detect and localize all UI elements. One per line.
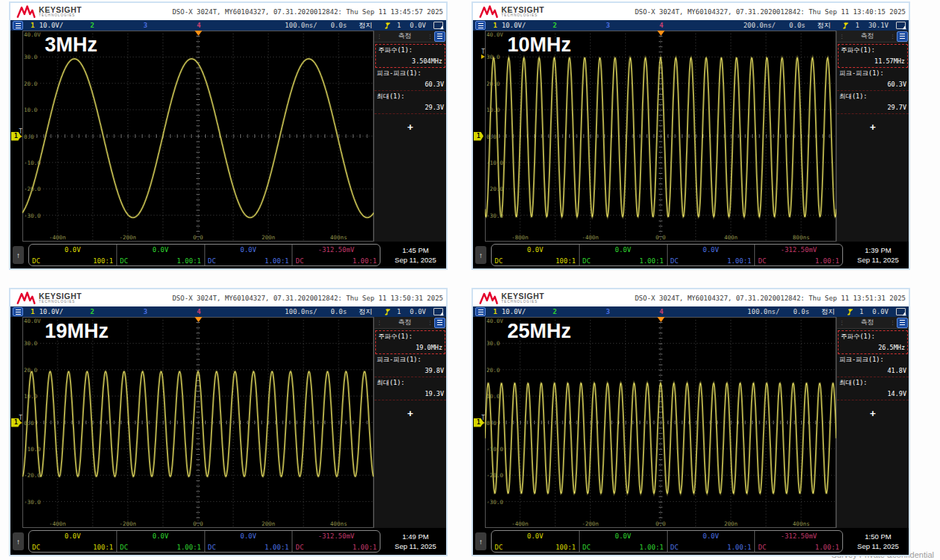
scope-toolbar: 1 10.0V/ 2 3 4 100.0ns/ 0.0s 정지 1 0.0V (10, 306, 446, 317)
menu-button[interactable] (475, 21, 486, 30)
timebase-readout[interactable]: 100.0ns/ (285, 308, 317, 315)
delay-readout[interactable]: 0.0s (789, 22, 806, 29)
measurement-maximum[interactable]: 최대(1): 19.3V (375, 377, 446, 400)
channel-3-status[interactable]: 0.0V DC1.00:1 (205, 531, 293, 552)
channel-1-button[interactable]: 1 (493, 308, 497, 315)
panel-up-button[interactable]: ↑ (475, 532, 486, 550)
channel-4-button[interactable]: 4 (659, 22, 663, 29)
menu-button[interactable] (13, 307, 23, 316)
panel-up-button[interactable]: ↑ (13, 246, 24, 264)
trigger-source[interactable]: 1 (397, 22, 401, 29)
channel-1-scale[interactable]: 10.0V/ (501, 22, 526, 29)
channel-3-button[interactable]: 3 (143, 22, 147, 29)
y-axis-tick-label: 30.0 (24, 340, 37, 347)
channel-2-button[interactable]: 2 (90, 22, 94, 29)
measurement-peak-to-peak[interactable]: 피크-피크(1): 41.8V (837, 354, 909, 377)
add-measurement-button[interactable]: + (375, 114, 446, 140)
channel-1-button[interactable]: 1 (31, 22, 34, 29)
menu-button[interactable] (13, 21, 23, 30)
channel-4-status[interactable]: -312.50mV DC1.00:1 (755, 245, 842, 265)
trigger-level-readout[interactable]: 0.0V (410, 22, 426, 29)
channel-2-status[interactable]: 0.0V DC1.00:1 (117, 531, 205, 552)
channel-2-status[interactable]: 0.0V DC1.00:1 (580, 245, 668, 265)
trigger-position-marker[interactable] (195, 317, 202, 322)
channel-coupling: DC (583, 257, 591, 265)
menu-button[interactable] (475, 307, 486, 316)
channel-4-button[interactable]: 4 (197, 308, 201, 315)
measurement-frequency[interactable]: 주파수(1): 26.5MHz (838, 330, 908, 354)
channel-1-status[interactable]: 0.0V DC100:1 (492, 245, 580, 265)
channel-coupling: DC (208, 257, 216, 265)
channel-1-scale[interactable]: 10.0V/ (39, 308, 63, 315)
measure-settings-button[interactable] (434, 318, 445, 328)
panel-up-button[interactable]: ↑ (13, 532, 24, 550)
channel-4-status[interactable]: -312.50mV DC1.00:1 (292, 245, 380, 265)
graticule: 3MHz 40.0V30.020.010.00.0-10.0-20.0-30.0… (22, 31, 374, 242)
trigger-source[interactable]: 1 (855, 22, 859, 29)
measure-settings-button[interactable] (897, 318, 908, 328)
keysight-spark-icon (479, 5, 498, 19)
timebase-readout[interactable]: 200.0ns/ (743, 22, 775, 29)
add-measurement-button[interactable]: + (375, 400, 446, 427)
run-state[interactable]: 정지 (821, 307, 835, 317)
measurement-maximum[interactable]: 최대(1): 29.7V (837, 91, 909, 114)
drag-grip-icon: ⋮ (375, 34, 383, 40)
measurement-peak-to-peak[interactable]: 피크-피크(1): 39.8V (375, 354, 446, 377)
channel-3-status[interactable]: 0.0V DC1.00:1 (668, 531, 756, 552)
channel-4-status[interactable]: -312.50mV DC1.00:1 (292, 531, 380, 552)
timebase-readout[interactable]: 100.0ns/ (285, 22, 317, 29)
run-state[interactable]: 정지 (359, 21, 372, 31)
measurement-frequency[interactable]: 주파수(1): 19.0MHz (375, 330, 445, 354)
trigger-level-readout[interactable]: 0.0V (872, 308, 889, 315)
panel-up-button[interactable]: ↑ (475, 246, 486, 264)
channel-probe-ratio: 1.00:1 (815, 544, 839, 551)
channel-1-button[interactable]: 1 (31, 308, 34, 315)
measure-settings-button[interactable] (897, 31, 908, 42)
measurement-frequency[interactable]: 주파수(1): 11.57MHz (838, 44, 908, 68)
trigger-source[interactable]: 1 (397, 308, 401, 315)
channel-3-button[interactable]: 3 (606, 308, 610, 315)
measurement-value: 26.5MHz (841, 344, 905, 351)
trigger-source[interactable]: 1 (859, 308, 863, 315)
run-state[interactable]: 정지 (817, 21, 830, 31)
scope-display: T 1 19MHz 40.0V30.020.010.00.0-10.0-20.0… (10, 317, 446, 528)
delay-readout[interactable]: 0.0s (330, 22, 347, 29)
channel-3-button[interactable]: 3 (143, 308, 147, 315)
channel-2-button[interactable]: 2 (553, 22, 557, 29)
add-measurement-button[interactable]: + (837, 114, 909, 140)
channel-4-button[interactable]: 4 (197, 22, 201, 29)
run-state[interactable]: 정지 (359, 307, 372, 317)
measure-settings-button[interactable] (434, 31, 445, 42)
trigger-level-readout[interactable]: 30.1V (868, 22, 889, 29)
delay-readout[interactable]: 0.0s (330, 308, 347, 315)
channel-2-button[interactable]: 2 (90, 308, 94, 315)
channel-1-status[interactable]: 0.0V DC100:1 (29, 245, 117, 265)
trigger-position-marker[interactable] (657, 317, 665, 322)
channel-3-status[interactable]: 0.0V DC1.00:1 (205, 245, 293, 265)
trigger-position-marker[interactable] (195, 31, 202, 36)
channel-2-button[interactable]: 2 (553, 308, 557, 315)
channel-2-status[interactable]: 0.0V DC1.00:1 (117, 245, 205, 265)
channel1-ground-marker[interactable]: 1 (474, 132, 483, 141)
trigger-level-readout[interactable]: 0.0V (410, 308, 426, 315)
trigger-position-marker[interactable] (657, 31, 665, 36)
measurement-peak-to-peak[interactable]: 피크-피크(1): 60.3V (375, 68, 446, 91)
timebase-readout[interactable]: 100.0ns/ (748, 308, 780, 315)
channel-2-status[interactable]: 0.0V DC1.00:1 (580, 531, 668, 552)
channel-1-status[interactable]: 0.0V DC100:1 (29, 531, 117, 552)
channel-1-scale[interactable]: 10.0V/ (501, 308, 526, 315)
channel-1-button[interactable]: 1 (493, 22, 497, 29)
channel-4-button[interactable]: 4 (659, 308, 663, 315)
delay-readout[interactable]: 0.0s (793, 308, 809, 315)
measurement-frequency[interactable]: 주파수(1): 3.504MHz (375, 44, 445, 68)
channel-1-status[interactable]: 0.0V DC100:1 (492, 531, 580, 552)
measurement-maximum[interactable]: 최대(1): 14.9V (837, 377, 909, 400)
add-measurement-button[interactable]: + (837, 400, 909, 427)
channel-3-status[interactable]: 0.0V DC1.00:1 (668, 245, 756, 265)
channel-3-button[interactable]: 3 (606, 22, 610, 29)
measurement-maximum[interactable]: 최대(1): 29.3V (375, 91, 446, 114)
channel-4-status[interactable]: -312.50mV DC1.00:1 (755, 531, 842, 552)
channel-1-scale[interactable]: 10.0V/ (39, 22, 63, 29)
channel-offset-value: -312.50mV (295, 532, 377, 540)
measurement-peak-to-peak[interactable]: 피크-피크(1): 60.3V (837, 68, 909, 91)
